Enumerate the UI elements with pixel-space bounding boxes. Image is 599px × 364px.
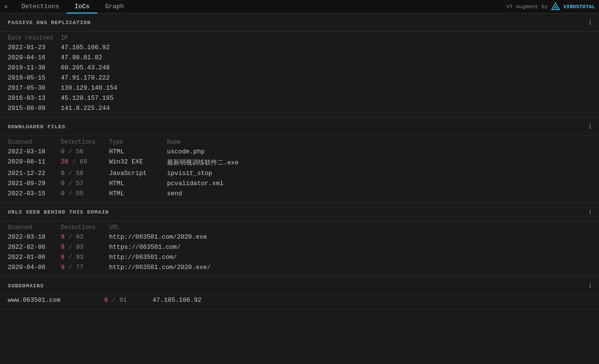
table-row: 2021-09-29 0 / 57 HTML pcvalidator.xml: [8, 178, 591, 189]
nav-iocs[interactable]: IoCs: [67, 0, 97, 13]
detection-slash: /: [69, 190, 76, 197]
nav-graph[interactable]: Graph: [98, 0, 132, 13]
subdomain-ip-value: 47.105.106.92: [153, 297, 591, 304]
scanned-value: 2022-01-06: [8, 254, 61, 261]
detections-value: 9 / 93: [61, 233, 109, 241]
scanned-value: 2022-03-18: [8, 148, 61, 155]
url-value: http://063501.com/2020.exe/: [109, 264, 591, 271]
ip-value: 45.120.157.195: [61, 94, 138, 102]
type-value: JavaScript: [109, 170, 167, 177]
type-value: HTML: [109, 148, 167, 155]
ip-value: 60.205.43.248: [61, 64, 138, 71]
detection-total: 93: [76, 243, 84, 251]
downloaded-files-info-icon[interactable]: ℹ: [589, 122, 591, 131]
table-row: 2022-03-15 0 / 55 HTML send: [8, 189, 591, 199]
ip-value: 47.98.81.82: [61, 54, 138, 61]
type-value: Win32 EXE: [109, 158, 167, 167]
detection-slash: /: [69, 233, 76, 241]
scanned-value: 2020-08-11: [8, 158, 61, 167]
url-value: http://063501.com/: [109, 254, 591, 261]
scanned-value: 2022-03-15: [8, 190, 61, 197]
detection-count: 8: [61, 243, 65, 251]
detection-count: 0: [61, 148, 65, 155]
vt-brand: VT Augment by VIRUSTOTAL: [506, 2, 595, 12]
downloaded-files-header: DOWNLOADED FILES ℹ: [0, 118, 599, 136]
col-detections2-header: Detections: [61, 224, 109, 231]
ip-value: 139.129.140.154: [61, 84, 138, 92]
detection-count: 0: [61, 170, 65, 177]
urls-section: URLS SEEN BEHIND THIS DOMAIN ℹ Scanned D…: [0, 203, 599, 277]
detection-count: 9: [61, 233, 65, 241]
passive-dns-info-icon[interactable]: ℹ: [589, 18, 591, 27]
name-value: send: [167, 190, 591, 197]
detection-count: 0: [61, 190, 65, 197]
date-value: 2022-01-23: [8, 44, 61, 51]
table-row: 2022-03-18 0 / 56 HTML uscode.php: [8, 147, 591, 157]
date-value: 2016-03-13: [8, 94, 61, 102]
detections-value: 0 / 55: [61, 190, 109, 197]
urls-info-icon[interactable]: ℹ: [589, 208, 591, 216]
detection-slash: /: [69, 254, 76, 261]
table-row: 2020-08-11 28 / 69 Win32 EXE 最新弱视训练软件二.e…: [8, 157, 591, 168]
downloaded-files-title: DOWNLOADED FILES: [8, 124, 66, 130]
close-button[interactable]: ✕: [4, 2, 8, 11]
vt-logo-icon: [551, 2, 560, 12]
passive-dns-header-row: Date resolved IP: [8, 32, 591, 42]
urls-title: URLS SEEN BEHIND THIS DOMAIN: [8, 209, 109, 215]
col-ip-header: IP: [61, 35, 138, 41]
detection-count: 0: [61, 180, 65, 187]
urls-header: URLS SEEN BEHIND THIS DOMAIN ℹ: [0, 203, 599, 221]
detection-total: 77: [76, 264, 84, 271]
table-row: 2015-08-09 141.8.225.244: [8, 103, 591, 113]
date-value: 2020-04-16: [8, 54, 61, 61]
subdomains-title: SUBDOMAINS: [8, 283, 44, 289]
downloaded-files-section: DOWNLOADED FILES ℹ Scanned Detections Ty…: [0, 118, 599, 203]
name-value: uscode.php: [167, 148, 591, 155]
date-value: 2019-05-15: [8, 74, 61, 81]
date-value: 2019-11-30: [8, 64, 61, 71]
passive-dns-table: Date resolved IP 2022-01-23 47.105.106.9…: [0, 32, 599, 117]
table-row: www.063501.com 6 / 91 47.105.106.92: [8, 295, 591, 305]
detections-value: 8 / 93: [61, 243, 109, 251]
col-url-header: URL: [109, 224, 591, 231]
detection-slash: /: [112, 297, 120, 304]
subdomains-table: www.063501.com 6 / 91 47.105.106.92: [0, 295, 599, 309]
detection-slash: /: [72, 158, 80, 165]
table-row: 2022-01-06 6 / 93 http://063501.com/: [8, 252, 591, 262]
detection-count: 9: [61, 264, 65, 271]
ip-value: 47.105.106.92: [61, 44, 138, 51]
detections-value: 28 / 69: [61, 158, 109, 167]
detection-total: 57: [76, 180, 84, 187]
url-value: http://063501.com/2020.exe: [109, 233, 591, 241]
subdomains-section: SUBDOMAINS ℹ www.063501.com 6 / 91 47.10…: [0, 277, 599, 310]
vt-name-label: VIRUSTOTAL: [563, 4, 595, 10]
name-value: 最新弱视训练软件二.exe: [167, 158, 591, 167]
url-value: https://063501.com/: [109, 243, 591, 251]
type-value: HTML: [109, 180, 167, 187]
table-row: 2017-05-30 139.129.140.154: [8, 83, 591, 93]
detections-value: 6 / 93: [61, 254, 109, 261]
detection-slash: /: [69, 148, 76, 155]
detection-total: 58: [76, 170, 84, 177]
name-value: pcvalidator.xml: [167, 180, 591, 187]
ip-value: 47.91.170.222: [61, 74, 138, 81]
detection-count: 28: [61, 158, 69, 165]
header: ✕ Detections IoCs Graph VT Augment by VI…: [0, 0, 599, 13]
nav-detections[interactable]: Detections: [14, 0, 67, 13]
date-value: 2015-08-09: [8, 105, 61, 112]
detection-total: 91: [119, 297, 127, 304]
subdomains-info-icon[interactable]: ℹ: [589, 282, 591, 290]
col-detections-header: Detections: [61, 139, 109, 146]
detection-slash: /: [69, 243, 76, 251]
detection-slash: /: [69, 264, 76, 271]
urls-header-row: Scanned Detections URL: [8, 221, 591, 232]
col-date-resolved-header: Date resolved: [8, 35, 61, 41]
table-row: 2021-12-22 0 / 58 JavaScript ipvisit_sto…: [8, 168, 591, 178]
detections-value: 9 / 77: [61, 264, 109, 271]
table-row: 2022-01-23 47.105.106.92: [8, 42, 591, 53]
table-row: 2016-03-13 45.120.157.195: [8, 93, 591, 103]
detections-value: 6 / 91: [104, 297, 153, 304]
detection-total: 56: [76, 148, 84, 155]
downloaded-files-table: Scanned Detections Type Name 2022-03-18 …: [0, 136, 599, 202]
detection-total: 93: [76, 233, 84, 241]
